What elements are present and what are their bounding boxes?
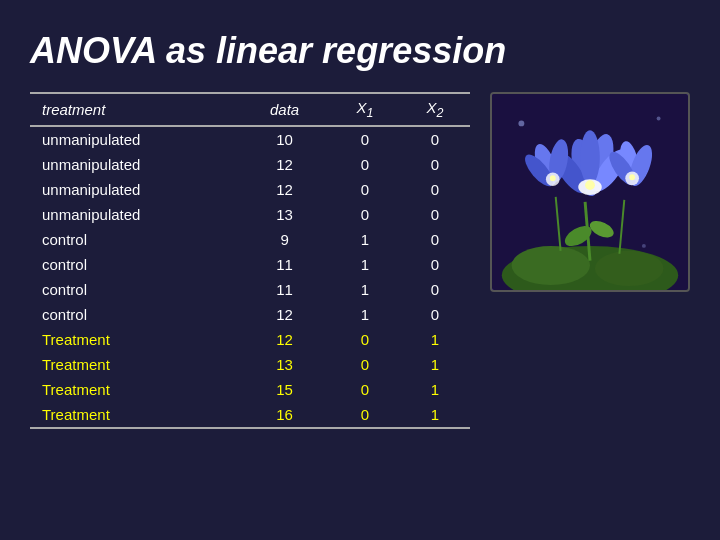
table-row: control1110 (30, 252, 470, 277)
cell-x2: 0 (400, 252, 470, 277)
table-row: unmanipulated1200 (30, 177, 470, 202)
svg-point-3 (595, 251, 664, 286)
cell-x1: 0 (330, 126, 400, 152)
cell-x2: 0 (400, 227, 470, 252)
cell-x2: 1 (400, 327, 470, 352)
cell-data: 11 (239, 252, 330, 277)
col-header-data: data (239, 93, 330, 126)
cell-x1: 0 (330, 327, 400, 352)
col-header-x2: X2 (400, 93, 470, 126)
svg-point-15 (585, 180, 595, 190)
cell-treatment: unmanipulated (30, 202, 239, 227)
cell-x1: 1 (330, 252, 400, 277)
cell-x1: 1 (330, 302, 400, 327)
cell-treatment: unmanipulated (30, 152, 239, 177)
cell-x1: 0 (330, 352, 400, 377)
svg-point-2 (512, 246, 590, 285)
cell-data: 12 (239, 177, 330, 202)
cell-data: 15 (239, 377, 330, 402)
cell-data: 13 (239, 352, 330, 377)
cell-treatment: Treatment (30, 327, 239, 352)
svg-point-27 (657, 117, 661, 121)
svg-point-20 (550, 175, 556, 181)
table-header-row: treatment data X1 X2 (30, 93, 470, 126)
cell-treatment: control (30, 302, 239, 327)
cell-treatment: unmanipulated (30, 177, 239, 202)
cell-data: 12 (239, 302, 330, 327)
flower-image (490, 92, 690, 292)
cell-data: 11 (239, 277, 330, 302)
svg-point-25 (629, 174, 635, 180)
slide: ANOVA as linear regression treatment dat… (0, 0, 720, 540)
table-row: unmanipulated1000 (30, 126, 470, 152)
content-area: treatment data X1 X2 unmanipulated1000un… (30, 92, 690, 429)
svg-point-28 (642, 244, 646, 248)
cell-x1: 0 (330, 202, 400, 227)
cell-x2: 1 (400, 377, 470, 402)
cell-x2: 1 (400, 402, 470, 428)
table-row: unmanipulated1200 (30, 152, 470, 177)
svg-point-13 (580, 130, 600, 185)
cell-treatment: unmanipulated (30, 126, 239, 152)
cell-data: 12 (239, 327, 330, 352)
cell-x2: 0 (400, 152, 470, 177)
cell-treatment: Treatment (30, 352, 239, 377)
data-table: treatment data X1 X2 unmanipulated1000un… (30, 92, 470, 429)
cell-treatment: control (30, 252, 239, 277)
cell-x2: 0 (400, 277, 470, 302)
cell-data: 10 (239, 126, 330, 152)
table-row: Treatment1601 (30, 402, 470, 428)
col-header-x1: X1 (330, 93, 400, 126)
cell-x1: 0 (330, 152, 400, 177)
cell-data: 12 (239, 152, 330, 177)
cell-treatment: Treatment (30, 377, 239, 402)
cell-x1: 0 (330, 377, 400, 402)
table-row: control910 (30, 227, 470, 252)
cell-x1: 0 (330, 177, 400, 202)
table-row: control1110 (30, 277, 470, 302)
cell-data: 13 (239, 202, 330, 227)
table-row: unmanipulated1300 (30, 202, 470, 227)
cell-x2: 0 (400, 302, 470, 327)
cell-treatment: control (30, 277, 239, 302)
svg-point-26 (518, 120, 524, 126)
cell-x2: 0 (400, 202, 470, 227)
cell-data: 16 (239, 402, 330, 428)
cell-x2: 0 (400, 177, 470, 202)
table-row: Treatment1201 (30, 327, 470, 352)
slide-title: ANOVA as linear regression (30, 30, 690, 72)
cell-x1: 0 (330, 402, 400, 428)
table-row: Treatment1301 (30, 352, 470, 377)
cell-treatment: Treatment (30, 402, 239, 428)
cell-x2: 1 (400, 352, 470, 377)
cell-x1: 1 (330, 227, 400, 252)
table-row: Treatment1501 (30, 377, 470, 402)
cell-x1: 1 (330, 277, 400, 302)
cell-x2: 0 (400, 126, 470, 152)
cell-data: 9 (239, 227, 330, 252)
col-header-treatment: treatment (30, 93, 239, 126)
table-container: treatment data X1 X2 unmanipulated1000un… (30, 92, 470, 429)
cell-treatment: control (30, 227, 239, 252)
table-row: control1210 (30, 302, 470, 327)
